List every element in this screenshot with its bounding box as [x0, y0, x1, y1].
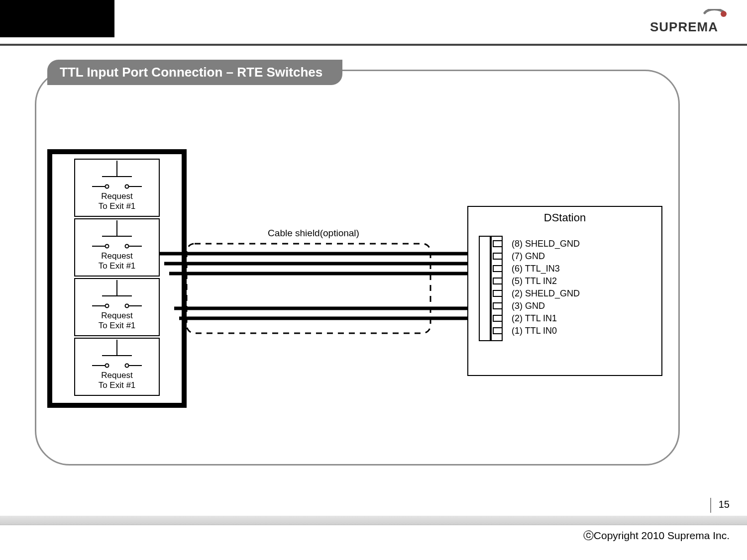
switch-box-3: Request To Exit #1	[75, 279, 159, 336]
page-number-divider	[710, 498, 711, 513]
switch-3-line1: Request	[101, 311, 133, 320]
pin-7: (7) GND	[512, 251, 545, 261]
switch-2-line1: Request	[101, 251, 133, 261]
header-black-block	[0, 0, 114, 37]
pin-4: (2) SHELD_GND	[512, 288, 580, 299]
pin-1: (1) TTL IN0	[512, 326, 557, 336]
svg-text:SUPREMA: SUPREMA	[650, 19, 718, 34]
wiring-diagram: Request To Exit #1 Request To Exit #1 Re…	[35, 70, 677, 463]
cable-shield-label: Cable shield(optional)	[268, 228, 359, 238]
switch-box-1: Request To Exit #1	[75, 159, 159, 216]
switch-3-line2: To Exit #1	[99, 321, 136, 330]
page-number: 15	[719, 499, 730, 510]
svg-point-0	[721, 11, 727, 17]
header-bar: SUPREMA	[0, 0, 747, 46]
pin-5: (5) TTL IN2	[512, 276, 557, 286]
suprema-logo: SUPREMA	[650, 9, 730, 35]
dstation-box: DStation (8) SHELD_GND (7) GND (6) TTL_I…	[468, 206, 662, 375]
copyright-text: ⓒCopyright 2010 Suprema Inc.	[583, 529, 730, 543]
switch-1-line1: Request	[101, 191, 133, 201]
switch-1-line2: To Exit #1	[99, 201, 136, 211]
switch-box-2: Request To Exit #1	[75, 219, 159, 276]
switch-2-line2: To Exit #1	[99, 261, 136, 271]
pin-2: (2) TTL IN1	[512, 313, 557, 323]
pin-6: (6) TTL_IN3	[512, 264, 560, 274]
footer: 15 ⓒCopyright 2010 Suprema Inc.	[0, 510, 747, 560]
pin-8: (8) SHELD_GND	[512, 239, 580, 249]
switch-4-line2: To Exit #1	[99, 380, 136, 390]
dstation-title: DStation	[544, 211, 586, 224]
pin-3: (3) GND	[512, 301, 545, 311]
switch-4-line1: Request	[101, 371, 133, 380]
footer-bar	[0, 516, 747, 525]
switch-box-4: Request To Exit #1	[75, 338, 159, 395]
